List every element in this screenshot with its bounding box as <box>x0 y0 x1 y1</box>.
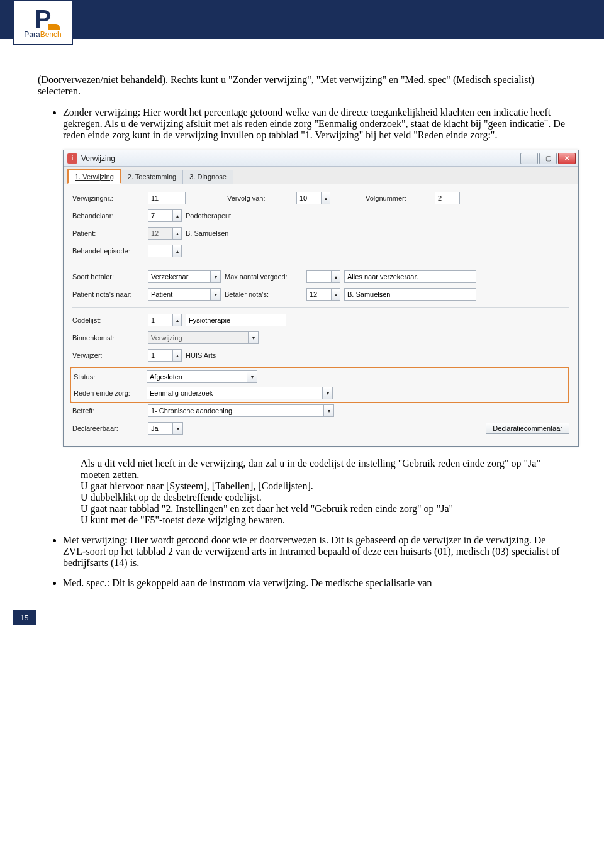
label-behandelaar: Behandelaar: <box>72 212 148 220</box>
window-title: Verwijzing <box>81 154 115 163</box>
intro-text: (Doorverwezen/niet behandeld). Rechts ku… <box>38 74 566 97</box>
spinner-icon[interactable]: ▴ <box>173 245 182 257</box>
input-betaler-nota-num[interactable] <box>306 288 332 301</box>
highlight-status-reden: Status: ▾ Reden einde zorg: ▾ <box>70 367 569 403</box>
verwijzing-window: Verwijzing — ▢ ✕ 1. Verwijzing 2. Toeste… <box>63 150 579 447</box>
input-betaler-nota-naam[interactable] <box>344 288 476 301</box>
minimize-button[interactable]: — <box>520 153 538 164</box>
spinner-icon[interactable]: ▴ <box>173 349 182 362</box>
separator <box>72 264 569 264</box>
text-verwijzer-naam: HUIS Arts <box>186 352 216 359</box>
page-header: P ParaBench <box>0 0 604 39</box>
line-1: Als u dit veld niet heeft in de verwijzi… <box>81 458 566 481</box>
label-volgnummer: Volgnummer: <box>366 194 435 202</box>
input-patient-nota[interactable] <box>148 288 211 301</box>
spinner-icon[interactable]: ▴ <box>173 209 182 222</box>
line-2: U gaat hiervoor naar [Systeem], [Tabelle… <box>81 481 566 492</box>
label-verwijzer: Verwijzer: <box>72 352 148 359</box>
window-titlebar: Verwijzing — ▢ ✕ <box>64 150 578 167</box>
logo-letter: P <box>35 6 52 31</box>
input-behandel-episode[interactable] <box>148 245 173 257</box>
label-behandel-episode: Behandel-episode: <box>72 247 148 255</box>
label-betreft: Betreft: <box>72 407 148 415</box>
tab-bar: 1. Verwijzing 2. Toestemming 3. Diagnose <box>64 167 578 184</box>
input-verwijzer[interactable] <box>148 349 173 362</box>
line-5: U kunt met de "F5"-toetst deze wijziging… <box>81 515 566 526</box>
logo: P ParaBench <box>13 0 73 45</box>
input-betreft[interactable] <box>148 404 324 417</box>
label-status: Status: <box>71 373 147 381</box>
input-status[interactable] <box>147 370 247 383</box>
dropdown-icon[interactable]: ▾ <box>211 288 221 301</box>
page-number: 15 <box>13 610 36 625</box>
form-body: Verwijzingnr.: Vervolg van: ▴ Volgnummer… <box>64 184 578 446</box>
tab-toestemming[interactable]: 2. Toestemming <box>121 170 183 184</box>
input-codelijst[interactable] <box>148 314 173 326</box>
input-patient[interactable] <box>148 227 173 240</box>
dropdown-icon[interactable]: ▾ <box>324 404 334 417</box>
input-codelijst-naam[interactable] <box>186 314 286 326</box>
label-max-vergoed: Max aantal vergoed: <box>225 273 306 281</box>
spinner-icon[interactable]: ▴ <box>173 314 182 326</box>
line-3: U dubbelklikt op de desbetreffende codel… <box>81 492 566 503</box>
text-behandelaar-naam: Podotherapeut <box>186 212 231 220</box>
dropdown-icon[interactable]: ▾ <box>211 270 221 283</box>
dropdown-icon[interactable]: ▾ <box>323 387 333 399</box>
label-vervolg-van: Vervolg van: <box>227 194 296 202</box>
spinner-icon[interactable]: ▴ <box>332 270 340 283</box>
bullet-med-spec: Med. spec.: Dit is gekoppeld aan de inst… <box>63 577 566 589</box>
label-reden-einde: Reden einde zorg: <box>71 389 147 397</box>
input-verwijzingnr[interactable] <box>148 192 186 204</box>
dropdown-icon[interactable]: ▾ <box>249 331 259 344</box>
input-behandelaar[interactable] <box>148 209 173 222</box>
bullet-zonder-verwijzing: Zonder verwijzing: Hier wordt het percen… <box>63 107 566 141</box>
spinner-icon[interactable]: ▴ <box>322 192 330 204</box>
app-icon <box>67 153 77 164</box>
line-4: U gaat naar tabblad "2. Instellingen" en… <box>81 503 566 515</box>
maximize-button[interactable]: ▢ <box>539 153 557 164</box>
label-binnenkomst: Binnenkomst: <box>72 334 148 342</box>
input-binnenkomst[interactable] <box>148 331 249 344</box>
input-max-vergoed[interactable] <box>306 270 332 283</box>
page-content: (Doorverwezen/niet behandeld). Rechts ku… <box>0 39 604 610</box>
dropdown-icon[interactable]: ▾ <box>173 422 183 435</box>
dropdown-icon[interactable]: ▾ <box>247 370 257 383</box>
label-verwijzingnr: Verwijzingnr.: <box>72 194 148 202</box>
input-vervolg-van[interactable] <box>296 192 322 204</box>
label-soort-betaler: Soort betaler: <box>72 273 148 281</box>
label-patient-nota: Patiënt nota's naar: <box>72 291 148 298</box>
spinner-icon[interactable]: ▴ <box>332 288 340 301</box>
embedded-screenshot: Verwijzing — ▢ ✕ 1. Verwijzing 2. Toeste… <box>63 150 566 447</box>
tab-3-label: 3. Diagnose <box>189 173 226 181</box>
label-patient: Patient: <box>72 230 148 237</box>
tab-diagnose[interactable]: 3. Diagnose <box>182 170 233 184</box>
label-codelijst: Codelijst: <box>72 316 148 324</box>
label-betaler-nota: Betaler nota's: <box>225 291 306 298</box>
tab-1-label: 1. Verwijzing <box>75 173 114 181</box>
separator <box>72 307 569 308</box>
input-reden-einde[interactable] <box>147 387 323 399</box>
spinner-icon[interactable]: ▴ <box>173 227 182 240</box>
text-patient-naam: B. Samuelsen <box>186 230 228 237</box>
close-button[interactable]: ✕ <box>558 153 576 164</box>
bullet-met-verwijzing: Met verwijzing: Hier wordt getoond door … <box>63 535 566 569</box>
button-declaratiecommentaar[interactable]: Declaratiecommentaar <box>486 423 569 434</box>
input-volgnummer[interactable] <box>435 192 460 204</box>
input-soort-betaler[interactable] <box>148 270 211 283</box>
logo-accent-icon <box>48 24 60 30</box>
tab-2-label: 2. Toestemming <box>128 173 176 181</box>
input-declareerbaar[interactable] <box>148 422 173 435</box>
bullet-list-2: Met verwijzing: Hier wordt getoond door … <box>38 535 566 589</box>
label-declareerbaar: Declareerbaar: <box>72 425 148 432</box>
tab-verwijzing[interactable]: 1. Verwijzing <box>67 169 121 184</box>
after-screenshot-block: Als u dit veld niet heeft in de verwijzi… <box>81 458 566 526</box>
input-alles-verzekeraar[interactable] <box>344 270 476 283</box>
bullet-list-1: Zonder verwijzing: Hier wordt het percen… <box>38 107 566 141</box>
